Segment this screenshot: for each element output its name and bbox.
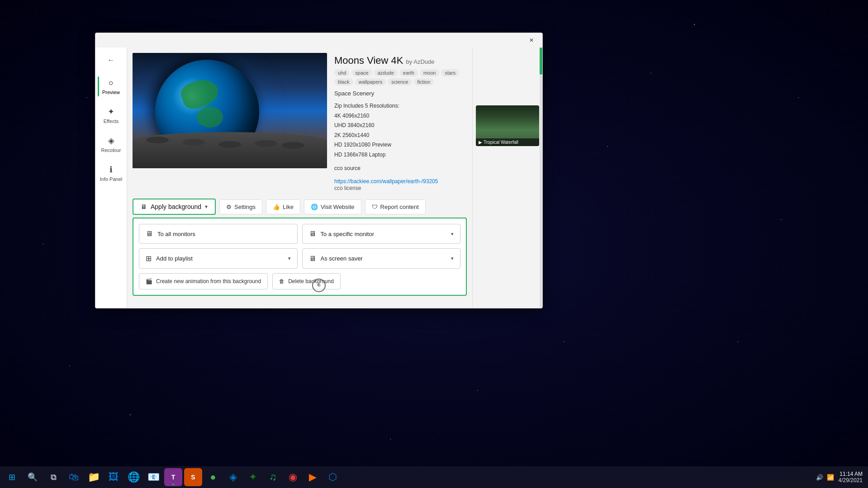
taskbar-photos-icon[interactable]: 🖼 (104, 468, 123, 486)
to-all-monitors-button[interactable]: 🖥 To all monitors (139, 224, 298, 244)
sidebar-preview-label: Preview (102, 90, 120, 95)
tag-stars[interactable]: stars (441, 69, 459, 76)
wallpaper-author: by AzDude (406, 58, 435, 65)
info-icon: ℹ (109, 165, 113, 175)
right-scrollbar-thumb (540, 47, 542, 75)
taskbar-outlook-icon[interactable]: 📧 (144, 468, 162, 486)
taskbar-store-icon[interactable]: 🛍 (65, 468, 83, 486)
thumbnail-label: ▶ Tropical Waterfall (476, 138, 539, 146)
tag-wallpapers[interactable]: wallpapers (355, 78, 386, 85)
wallpaper-source-url[interactable]: https://backiee.com/wallpaper/earth-/932… (334, 178, 438, 185)
sidebar-item-preview[interactable]: ○ Preview (98, 73, 125, 100)
preview-icon: ○ (109, 78, 114, 88)
tag-black[interactable]: black (334, 78, 353, 85)
sidebar-item-recolour[interactable]: ◈ Recolour (98, 131, 125, 158)
to-specific-monitor-button[interactable]: 🖥 To a specific monitor ▾ (302, 224, 461, 244)
taskbar-chrome-icon[interactable]: ● (204, 468, 222, 486)
wallpaper-title: Moons View 4K by AzDude (334, 55, 467, 66)
effects-icon: ✦ (108, 107, 114, 117)
screensaver-chevron-icon: ▾ (451, 256, 454, 261)
back-icon: ← (108, 56, 115, 64)
tag-fiction[interactable]: fiction (414, 78, 434, 85)
taskbar-clock[interactable]: 11:14 AM 4/29/2021 (839, 471, 863, 483)
taskbar-left: ⊞ 🔍 ⧉ 🛍 📁 🖼 🌐 📧 T S ● ◈ ✦ ♫ ◉ ▶ ⬡ (0, 467, 342, 487)
sidebar-recolour-label: Recolour (101, 147, 121, 153)
close-button[interactable]: ✕ (524, 33, 539, 47)
wallpaper-source-label: cco source (334, 164, 467, 174)
create-animation-button[interactable]: 🎬 Create new animation from this backgro… (139, 273, 268, 289)
taskbar-app2-icon[interactable]: ▶ (304, 468, 322, 486)
thumbnail-tropical-waterfall[interactable]: ▶ Tropical Waterfall (476, 105, 539, 146)
task-view-button[interactable]: ⧉ (43, 467, 63, 487)
taskbar-teams-icon[interactable]: T (164, 468, 182, 486)
back-button[interactable]: ← (98, 51, 125, 69)
delete-background-button[interactable]: 🗑 Delete background (272, 273, 341, 289)
report-icon: 🛡 (372, 204, 378, 210)
tag-list: uhd space azdude earth moon stars black … (334, 69, 467, 85)
sidebar: ← ○ Preview ✦ Effects ◈ Recolour ℹ Info … (95, 47, 127, 308)
bottom-buttons-row: 🎬 Create new animation from this backgro… (139, 273, 460, 289)
tag-earth[interactable]: earth (399, 69, 418, 76)
tag-science[interactable]: science (388, 78, 412, 85)
wallpaper-preview (133, 53, 327, 168)
globe-icon: 🌐 (311, 204, 318, 210)
taskbar-vscode-icon[interactable]: ◈ (224, 468, 242, 486)
taskbar-edge-icon[interactable]: 🌐 (124, 468, 142, 486)
windows-start-button[interactable]: ⊞ (2, 467, 22, 487)
taskbar-time: 11:14 AM (839, 471, 863, 477)
specific-monitor-chevron-icon: ▾ (451, 231, 454, 237)
system-tray: 🔊 📶 (815, 473, 835, 482)
app-window: ✕ ← ○ Preview ✦ Effects ◈ Recolour ℹ Inf… (95, 33, 543, 308)
taskbar-app3-icon[interactable]: ⬡ (323, 468, 342, 486)
playlist-chevron-icon: ▾ (288, 256, 291, 261)
taskbar-app1-icon[interactable]: ◉ (284, 468, 302, 486)
report-content-button[interactable]: 🛡 Report content (365, 199, 426, 214)
sidebar-item-info[interactable]: ℹ Info Panel (98, 160, 125, 187)
apply-background-button[interactable]: 🖥 Apply background ▾ (133, 199, 216, 215)
add-to-playlist-button[interactable]: ⊞ Add to playlist ▾ (139, 248, 298, 269)
top-section: Moons View 4K by AzDude uhd space azdude… (127, 47, 472, 199)
delete-icon: 🗑 (279, 278, 285, 284)
title-bar: ✕ (95, 33, 542, 47)
screensaver-icon: 🖥 (309, 255, 316, 263)
tag-azdude[interactable]: azdude (374, 69, 398, 76)
sidebar-item-effects[interactable]: ✦ Effects (98, 102, 125, 129)
settings-button[interactable]: ⚙ Settings (219, 199, 262, 214)
moon-surface (133, 132, 327, 168)
settings-icon: ⚙ (226, 204, 232, 210)
visit-website-button[interactable]: 🌐 Visit Website (304, 199, 361, 214)
search-button[interactable]: 🔍 (23, 467, 43, 487)
window-body: ← ○ Preview ✦ Effects ◈ Recolour ℹ Info … (95, 47, 542, 308)
wallpaper-license: cco license (334, 185, 467, 191)
all-monitors-icon: 🖥 (146, 230, 153, 238)
sidebar-info-label: Info Panel (100, 176, 123, 182)
tag-uhd[interactable]: uhd (334, 69, 350, 76)
taskbar-slides-icon[interactable]: S (184, 468, 202, 486)
apply-dropdown-panel: 🖥 To all monitors 🖥 To a specific monito… (133, 218, 467, 296)
thumbnail-play-icon: ▶ (479, 140, 482, 145)
taskbar-xbox-icon[interactable]: ✦ (244, 468, 262, 486)
taskbar-explorer-icon[interactable]: 📁 (85, 468, 103, 486)
like-button[interactable]: 👍 Like (266, 199, 300, 214)
animation-icon: 🎬 (146, 278, 152, 284)
playlist-icon: ⊞ (146, 254, 152, 263)
taskbar: ⊞ 🔍 ⧉ 🛍 📁 🖼 🌐 📧 T S ● ◈ ✦ ♫ ◉ ▶ ⬡ 🔊 📶 11… (0, 466, 868, 488)
wallpaper-info: Moons View 4K by AzDude uhd space azdude… (334, 53, 467, 193)
network-tray-icon[interactable]: 📶 (826, 473, 835, 482)
taskbar-right: 🔊 📶 11:14 AM 4/29/2021 (815, 471, 868, 483)
tag-moon[interactable]: moon (420, 69, 440, 76)
action-bar: 🖥 Apply background ▾ ⚙ Settings 👍 Like 🌐… (127, 199, 472, 215)
taskbar-date: 4/29/2021 (839, 477, 863, 483)
right-scrollbar[interactable] (540, 47, 542, 308)
add-button[interactable]: + (312, 279, 326, 292)
apply-chevron-icon: ▾ (205, 204, 208, 210)
sidebar-effects-label: Effects (104, 118, 119, 124)
wallpaper-resolutions: Zip Includes 5 Resolutions: 4K 4096x2160… (334, 101, 467, 160)
as-screen-saver-button[interactable]: 🖥 As screen saver ▾ (302, 248, 461, 269)
taskbar-spotify-icon[interactable]: ♫ (264, 468, 282, 486)
like-icon: 👍 (273, 204, 280, 210)
recolour-icon: ◈ (108, 136, 114, 146)
volume-tray-icon[interactable]: 🔊 (815, 473, 824, 482)
right-panel: ▶ Tropical Waterfall (472, 47, 542, 308)
tag-space[interactable]: space (351, 69, 372, 76)
